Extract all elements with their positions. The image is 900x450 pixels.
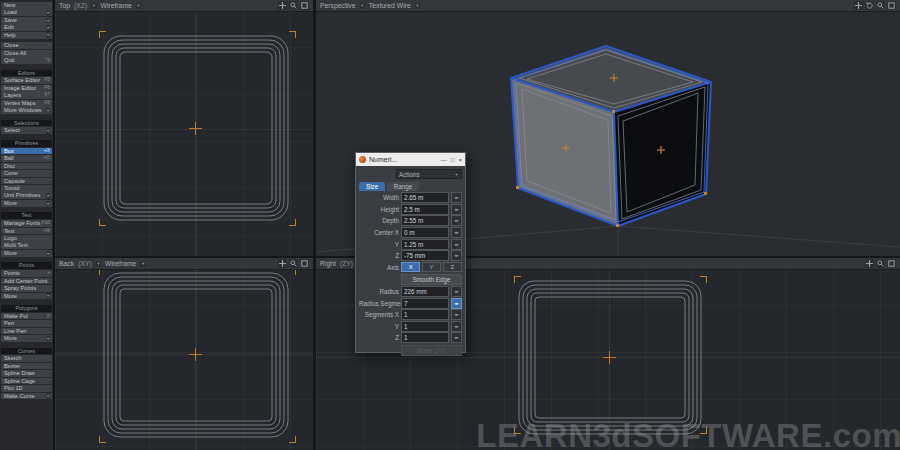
view-select-right[interactable]: Right (320, 260, 336, 267)
sidebar-item-spray-points[interactable]: Spray Points (1, 285, 52, 292)
sidebar-item-more[interactable]: More▾ (1, 335, 52, 342)
maximize-icon[interactable] (887, 259, 896, 268)
z-input[interactable]: -75 mm (401, 250, 449, 261)
sidebar-item-multi-text[interactable]: Multi Text (1, 242, 52, 249)
axis-button-x[interactable]: X (401, 262, 420, 272)
view-select-top[interactable]: Top (59, 2, 70, 9)
mini-slider-icon[interactable]: ◂▸ (451, 215, 462, 226)
pan-icon[interactable] (854, 1, 863, 10)
mini-slider-icon[interactable]: ◂▸ (451, 309, 462, 320)
zoom-icon[interactable] (289, 259, 298, 268)
segments-x-input[interactable]: 1 (401, 309, 449, 320)
tab-range[interactable]: Range (387, 182, 420, 192)
sidebar-item-pen[interactable]: Pen (1, 320, 52, 327)
tab-size[interactable]: Size (359, 182, 385, 192)
sidebar-item-surface-editor[interactable]: Surface EditorF5 (1, 77, 52, 84)
maximize-icon[interactable] (300, 259, 309, 268)
z-input[interactable]: 1 (401, 332, 449, 343)
depth-input[interactable]: 2.55 m (401, 215, 449, 226)
y-input[interactable]: 1.25 m (401, 239, 449, 250)
chevron-down-icon[interactable]: ▾ (360, 3, 365, 9)
mini-slider-icon[interactable]: ◂▸ (451, 332, 462, 343)
pan-icon[interactable] (278, 1, 287, 10)
dialog-titlebar[interactable]: Numeri... — □ × (356, 153, 465, 166)
sidebar-item-load[interactable]: Load▾ (1, 9, 52, 16)
mini-slider-icon[interactable]: ◂▸ (451, 227, 462, 238)
maximize-icon[interactable]: □ (451, 153, 455, 166)
sidebar-item-add-center-point[interactable]: Add Center Point (1, 278, 52, 285)
mini-slider-icon[interactable]: ◂▸ (451, 298, 462, 309)
sidebar-item-manage-fonts[interactable]: Manage FontsF10 (1, 220, 52, 227)
sidebar-item-make-curve[interactable]: Make Curve▾ (1, 393, 52, 400)
sidebar-item-cone[interactable]: Cone (1, 170, 52, 177)
radius-segments-input[interactable]: 7 (401, 298, 449, 309)
pan-icon[interactable] (278, 259, 287, 268)
axis-button-y[interactable]: Y (422, 262, 441, 272)
zoom-icon[interactable] (876, 259, 885, 268)
chevron-down-icon[interactable]: ▾ (140, 261, 145, 267)
radius-input[interactable]: 226 mm (401, 286, 449, 297)
view-select-perspective[interactable]: Perspective (320, 2, 356, 9)
mini-slider-icon[interactable]: ◂▸ (451, 250, 462, 261)
mini-slider-icon[interactable]: ◂▸ (451, 204, 462, 215)
sidebar-item-quit[interactable]: Quit^q (1, 57, 52, 64)
sidebar-item-save[interactable]: Save▾ (1, 17, 52, 24)
render-mode-select-back[interactable]: Wireframe (105, 260, 136, 267)
sidebar-item-vertex-maps[interactable]: Vertex MapsF8 (1, 100, 52, 107)
minimize-icon[interactable]: — (440, 153, 446, 166)
maximize-icon[interactable] (887, 1, 896, 10)
viewport-back[interactable]: Back (XY) ▾ Wireframe ▾ (55, 258, 313, 450)
sidebar-item-ball[interactable]: Ball+O (1, 155, 52, 162)
sidebar-item-make-pol[interactable]: Make Polp (1, 313, 52, 320)
actions-dropdown[interactable]: Actions ▾ (396, 169, 462, 179)
mini-slider-icon[interactable]: ◂▸ (451, 192, 462, 203)
sidebar-item-line-pen[interactable]: Line Pen (1, 328, 52, 335)
sidebar-item-close[interactable]: Close (1, 42, 52, 49)
pan-icon[interactable] (865, 259, 874, 268)
smooth-edge-button[interactable]: Smooth Edge (401, 274, 462, 285)
sidebar-item-box[interactable]: Box+X (1, 148, 52, 155)
sidebar-item-select[interactable]: Select▾ (1, 127, 52, 134)
render-mode-select-top[interactable]: Wireframe (101, 2, 132, 9)
numeric-panel-dialog[interactable]: Numeri... — □ × Actions ▾ SizeRange Widt… (355, 152, 466, 353)
center-x-input[interactable]: 0 m (401, 227, 449, 238)
sidebar-item-bezier[interactable]: Bezier (1, 363, 52, 370)
sidebar-item-help[interactable]: Help▾ (1, 32, 52, 39)
view-select-back[interactable]: Back (59, 260, 74, 267)
sidebar-item-more[interactable]: More▾ (1, 200, 52, 207)
chevron-down-icon[interactable]: ▾ (415, 3, 420, 9)
sidebar-item-more[interactable]: More▾ (1, 293, 52, 300)
mini-slider-icon[interactable]: ◂▸ (451, 286, 462, 297)
zoom-icon[interactable] (876, 1, 885, 10)
sidebar-item-layers[interactable]: LayersF7 (1, 92, 52, 99)
height-input[interactable]: 2.5 m (401, 204, 449, 215)
viewport-top[interactable]: Top (XZ) ▾ Wireframe ▾ (55, 0, 313, 256)
sidebar-item-edit[interactable]: Edit▾ (1, 24, 52, 31)
sidebar-item-points[interactable]: Points+ (1, 270, 52, 277)
sidebar-item-spline-draw[interactable]: Spline Draw (1, 370, 52, 377)
sidebar-item-more-windows[interactable]: More Windows▾ (1, 107, 52, 114)
sidebar-item-plot-1d[interactable]: Plot 1D (1, 385, 52, 392)
sidebar-item-unit-primitives[interactable]: Unit Primitives▾ (1, 192, 52, 199)
sidebar-item-more[interactable]: More▾ (1, 250, 52, 257)
close-icon[interactable]: × (458, 153, 462, 166)
axis-button-z[interactable]: Z (443, 262, 462, 272)
mini-slider-icon[interactable]: ◂▸ (451, 321, 462, 332)
rotate-icon[interactable] (865, 1, 874, 10)
maximize-icon[interactable] (300, 1, 309, 10)
sidebar-item-close-all[interactable]: Close All (1, 50, 52, 57)
sidebar-item-new[interactable]: New (1, 2, 52, 9)
chevron-down-icon[interactable]: ▾ (91, 3, 96, 9)
sidebar-item-logo[interactable]: Logo (1, 235, 52, 242)
chevron-down-icon[interactable]: ▾ (136, 3, 141, 9)
sidebar-item-capsule[interactable]: Capsule (1, 178, 52, 185)
zoom-icon[interactable] (289, 1, 298, 10)
render-mode-select-perspective[interactable]: Textured Wire (369, 2, 411, 9)
sidebar-item-spline-cage[interactable]: Spline Cage (1, 378, 52, 385)
sidebar-item-text[interactable]: Text+W (1, 228, 52, 235)
sidebar-item-disc[interactable]: Disc (1, 163, 52, 170)
mini-slider-icon[interactable]: ◂▸ (451, 239, 462, 250)
sidebar-item-toroid[interactable]: Toroid (1, 185, 52, 192)
chevron-down-icon[interactable]: ▾ (96, 261, 101, 267)
sidebar-item-image-editor[interactable]: Image EditorF6 (1, 85, 52, 92)
